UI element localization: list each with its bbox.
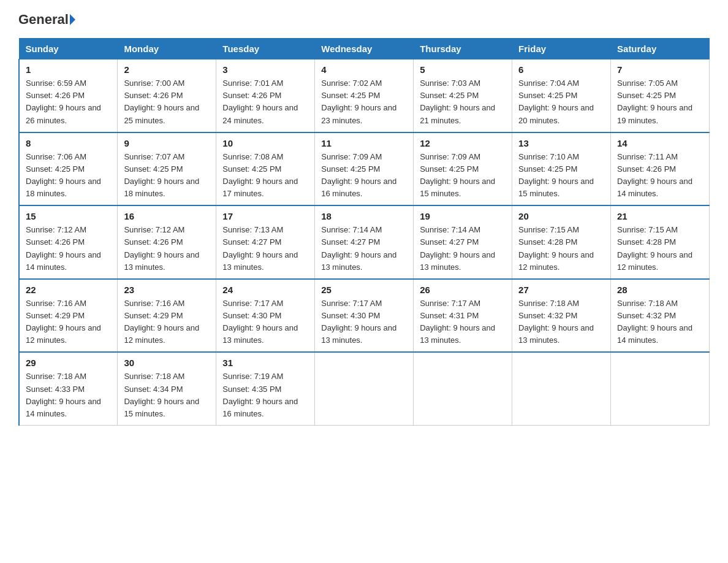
calendar-cell: 18Sunrise: 7:14 AMSunset: 4:27 PMDayligh… <box>315 205 414 279</box>
calendar-cell: 2Sunrise: 7:00 AMSunset: 4:26 PMDaylight… <box>118 59 216 132</box>
calendar-cell: 20Sunrise: 7:15 AMSunset: 4:28 PMDayligh… <box>512 205 611 279</box>
day-info: Sunrise: 7:06 AMSunset: 4:25 PMDaylight:… <box>26 152 101 198</box>
day-info: Sunrise: 7:17 AMSunset: 4:30 PMDaylight:… <box>321 299 396 345</box>
calendar-table: SundayMondayTuesdayWednesdayThursdayFrid… <box>18 38 710 426</box>
day-number: 9 <box>124 138 210 148</box>
calendar-cell <box>315 352 414 425</box>
calendar-cell <box>414 352 512 425</box>
day-number: 12 <box>420 138 506 148</box>
column-header-sunday: Sunday <box>19 39 118 59</box>
day-number: 30 <box>124 358 210 368</box>
calendar-cell: 31Sunrise: 7:19 AMSunset: 4:35 PMDayligh… <box>216 352 315 425</box>
day-number: 23 <box>124 285 210 295</box>
calendar-cell: 27Sunrise: 7:18 AMSunset: 4:32 PMDayligh… <box>512 279 611 353</box>
calendar-cell: 9Sunrise: 7:07 AMSunset: 4:25 PMDaylight… <box>118 132 216 206</box>
day-info: Sunrise: 7:15 AMSunset: 4:28 PMDaylight:… <box>617 225 692 271</box>
day-info: Sunrise: 7:10 AMSunset: 4:25 PMDaylight:… <box>518 152 594 198</box>
calendar-cell: 29Sunrise: 7:18 AMSunset: 4:33 PMDayligh… <box>19 352 118 425</box>
day-info: Sunrise: 7:00 AMSunset: 4:26 PMDaylight:… <box>124 79 199 124</box>
day-number: 11 <box>321 138 407 148</box>
day-number: 14 <box>617 138 703 148</box>
column-header-friday: Friday <box>512 39 611 59</box>
page-header: General <box>18 12 710 27</box>
calendar-cell: 4Sunrise: 7:02 AMSunset: 4:25 PMDaylight… <box>315 59 414 132</box>
calendar-cell: 10Sunrise: 7:08 AMSunset: 4:25 PMDayligh… <box>216 132 315 206</box>
logo-text: General <box>18 12 69 27</box>
column-header-wednesday: Wednesday <box>315 39 414 59</box>
logo-arrow-icon <box>70 14 75 25</box>
day-number: 15 <box>26 211 111 221</box>
day-info: Sunrise: 7:13 AMSunset: 4:27 PMDaylight:… <box>222 225 298 271</box>
day-number: 21 <box>617 211 703 221</box>
calendar-cell: 23Sunrise: 7:16 AMSunset: 4:29 PMDayligh… <box>118 279 216 353</box>
calendar-cell: 14Sunrise: 7:11 AMSunset: 4:26 PMDayligh… <box>611 132 710 206</box>
calendar-cell: 13Sunrise: 7:10 AMSunset: 4:25 PMDayligh… <box>512 132 611 206</box>
calendar-cell: 5Sunrise: 7:03 AMSunset: 4:25 PMDaylight… <box>414 59 512 132</box>
week-row: 15Sunrise: 7:12 AMSunset: 4:26 PMDayligh… <box>19 205 710 279</box>
day-number: 6 <box>518 64 604 75</box>
day-info: Sunrise: 7:14 AMSunset: 4:27 PMDaylight:… <box>321 225 396 271</box>
day-info: Sunrise: 7:17 AMSunset: 4:30 PMDaylight:… <box>222 299 298 345</box>
calendar-cell: 24Sunrise: 7:17 AMSunset: 4:30 PMDayligh… <box>216 279 315 353</box>
day-number: 3 <box>222 64 308 75</box>
day-number: 22 <box>26 285 111 295</box>
day-info: Sunrise: 7:07 AMSunset: 4:25 PMDaylight:… <box>124 152 199 198</box>
day-number: 20 <box>518 211 604 221</box>
day-number: 7 <box>617 64 703 75</box>
calendar-cell: 15Sunrise: 7:12 AMSunset: 4:26 PMDayligh… <box>19 205 118 279</box>
calendar-cell: 3Sunrise: 7:01 AMSunset: 4:26 PMDaylight… <box>216 59 315 132</box>
calendar-cell: 22Sunrise: 7:16 AMSunset: 4:29 PMDayligh… <box>19 279 118 353</box>
day-info: Sunrise: 6:59 AMSunset: 4:26 PMDaylight:… <box>26 79 101 124</box>
week-row: 29Sunrise: 7:18 AMSunset: 4:33 PMDayligh… <box>19 352 710 425</box>
day-info: Sunrise: 7:01 AMSunset: 4:26 PMDaylight:… <box>222 79 298 124</box>
day-info: Sunrise: 7:14 AMSunset: 4:27 PMDaylight:… <box>420 225 495 271</box>
day-info: Sunrise: 7:18 AMSunset: 4:32 PMDaylight:… <box>518 299 594 345</box>
calendar-cell: 26Sunrise: 7:17 AMSunset: 4:31 PMDayligh… <box>414 279 512 353</box>
calendar-cell: 6Sunrise: 7:04 AMSunset: 4:25 PMDaylight… <box>512 59 611 132</box>
day-number: 25 <box>321 285 407 295</box>
day-number: 13 <box>518 138 604 148</box>
day-info: Sunrise: 7:09 AMSunset: 4:25 PMDaylight:… <box>420 152 495 198</box>
day-number: 16 <box>124 211 210 221</box>
day-info: Sunrise: 7:11 AMSunset: 4:26 PMDaylight:… <box>617 152 692 198</box>
day-info: Sunrise: 7:08 AMSunset: 4:25 PMDaylight:… <box>222 152 298 198</box>
day-number: 17 <box>222 211 308 221</box>
day-number: 10 <box>222 138 308 148</box>
column-header-thursday: Thursday <box>414 39 512 59</box>
day-info: Sunrise: 7:05 AMSunset: 4:25 PMDaylight:… <box>617 79 692 124</box>
day-number: 26 <box>420 285 506 295</box>
day-info: Sunrise: 7:09 AMSunset: 4:25 PMDaylight:… <box>321 152 396 198</box>
calendar-cell <box>512 352 611 425</box>
calendar-cell: 19Sunrise: 7:14 AMSunset: 4:27 PMDayligh… <box>414 205 512 279</box>
calendar-cell: 8Sunrise: 7:06 AMSunset: 4:25 PMDaylight… <box>19 132 118 206</box>
day-number: 5 <box>420 64 506 75</box>
calendar-cell: 25Sunrise: 7:17 AMSunset: 4:30 PMDayligh… <box>315 279 414 353</box>
calendar-cell: 11Sunrise: 7:09 AMSunset: 4:25 PMDayligh… <box>315 132 414 206</box>
day-number: 1 <box>26 64 111 75</box>
day-info: Sunrise: 7:03 AMSunset: 4:25 PMDaylight:… <box>420 79 495 124</box>
day-number: 24 <box>222 285 308 295</box>
day-number: 19 <box>420 211 506 221</box>
day-info: Sunrise: 7:15 AMSunset: 4:28 PMDaylight:… <box>518 225 594 271</box>
day-info: Sunrise: 7:02 AMSunset: 4:25 PMDaylight:… <box>321 79 396 124</box>
day-info: Sunrise: 7:12 AMSunset: 4:26 PMDaylight:… <box>26 225 101 271</box>
day-info: Sunrise: 7:18 AMSunset: 4:34 PMDaylight:… <box>124 372 199 418</box>
calendar-cell: 16Sunrise: 7:12 AMSunset: 4:26 PMDayligh… <box>118 205 216 279</box>
day-info: Sunrise: 7:17 AMSunset: 4:31 PMDaylight:… <box>420 299 495 345</box>
day-info: Sunrise: 7:04 AMSunset: 4:25 PMDaylight:… <box>518 79 594 124</box>
day-info: Sunrise: 7:16 AMSunset: 4:29 PMDaylight:… <box>26 299 101 345</box>
column-header-monday: Monday <box>118 39 216 59</box>
calendar-cell: 1Sunrise: 6:59 AMSunset: 4:26 PMDaylight… <box>19 59 118 132</box>
week-row: 22Sunrise: 7:16 AMSunset: 4:29 PMDayligh… <box>19 279 710 353</box>
day-info: Sunrise: 7:18 AMSunset: 4:33 PMDaylight:… <box>26 372 101 418</box>
column-header-tuesday: Tuesday <box>216 39 315 59</box>
day-number: 8 <box>26 138 111 148</box>
logo: General <box>18 12 75 27</box>
calendar-cell: 7Sunrise: 7:05 AMSunset: 4:25 PMDaylight… <box>611 59 710 132</box>
calendar-cell: 28Sunrise: 7:18 AMSunset: 4:32 PMDayligh… <box>611 279 710 353</box>
day-number: 27 <box>518 285 604 295</box>
day-number: 4 <box>321 64 407 75</box>
day-info: Sunrise: 7:16 AMSunset: 4:29 PMDaylight:… <box>124 299 199 345</box>
day-number: 31 <box>222 358 308 368</box>
week-row: 8Sunrise: 7:06 AMSunset: 4:25 PMDaylight… <box>19 132 710 206</box>
